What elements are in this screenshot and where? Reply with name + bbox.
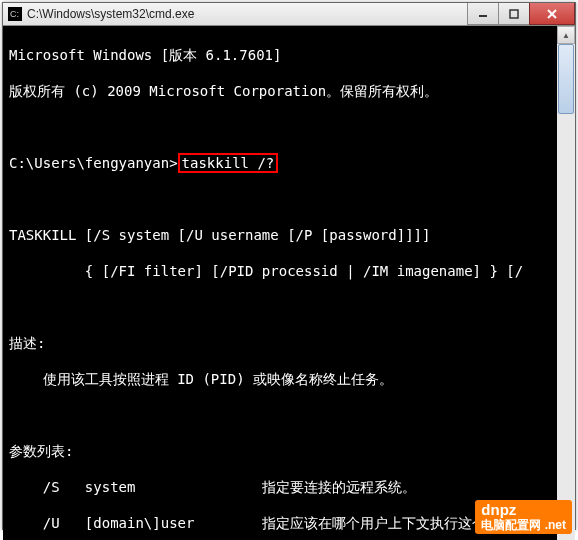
desc-heading: 描述:: [9, 334, 569, 352]
prompt-path: C:\Users\fengyanyan>: [9, 155, 178, 171]
maximize-button[interactable]: [498, 3, 530, 25]
vertical-thumb[interactable]: [558, 44, 574, 114]
vertical-track[interactable]: [557, 44, 575, 540]
window-buttons: [468, 3, 575, 25]
cmd-window: C: C:\Windows\system32\cmd.exe Microsoft…: [2, 2, 576, 530]
close-button[interactable]: [529, 3, 575, 25]
watermark-sub: 电脑配置网 .net: [481, 519, 566, 532]
desc-text: 使用该工具按照进程 ID (PID) 或映像名称终止任务。: [9, 370, 569, 388]
minimize-button[interactable]: [467, 3, 499, 25]
svg-rect-3: [510, 10, 518, 18]
watermark: dnpz 电脑配置网 .net: [475, 500, 572, 534]
cmd-icon: C:: [7, 6, 23, 22]
svg-text:C:: C:: [10, 9, 19, 19]
window-title: C:\Windows\system32\cmd.exe: [27, 7, 468, 21]
titlebar[interactable]: C: C:\Windows\system32\cmd.exe: [3, 3, 575, 26]
command-highlight: taskkill /?: [178, 153, 279, 173]
watermark-main: dnpz: [481, 501, 516, 518]
scroll-up-button[interactable]: ▲: [557, 26, 575, 44]
params-heading: 参数列表:: [9, 442, 569, 460]
header-line1: Microsoft Windows [版本 6.1.7601]: [9, 46, 569, 64]
prompt-line: C:\Users\fengyanyan>taskkill /?: [9, 154, 569, 172]
vertical-scrollbar[interactable]: ▲ ▼: [557, 26, 575, 540]
param-row: /S system 指定要连接的远程系统。: [9, 478, 569, 496]
usage-line1: TASKKILL [/S system [/U username [/P [pa…: [9, 226, 569, 244]
terminal-area: Microsoft Windows [版本 6.1.7601] 版权所有 (c)…: [3, 26, 575, 540]
usage-line2: { [/FI filter] [/PID processid | /IM ima…: [9, 262, 569, 280]
terminal-output[interactable]: Microsoft Windows [版本 6.1.7601] 版权所有 (c)…: [3, 26, 575, 540]
header-line2: 版权所有 (c) 2009 Microsoft Corporation。保留所有…: [9, 82, 569, 100]
